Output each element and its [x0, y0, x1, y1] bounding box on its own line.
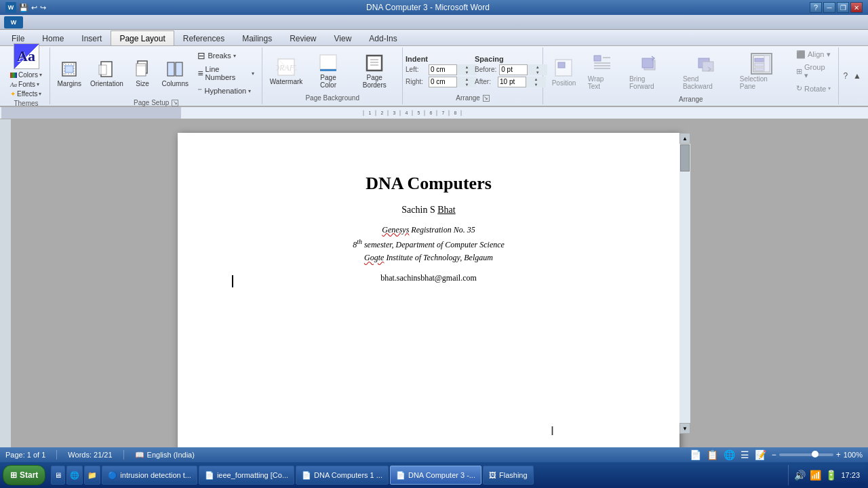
breaks-button[interactable]: ⊟ Breaks ▾	[194, 49, 258, 62]
ribbon-collapse-btn[interactable]: ▲	[850, 70, 864, 82]
svg-rect-11	[167, 62, 174, 76]
bring-forward-button[interactable]: Bring Forward	[625, 49, 675, 94]
effects-button[interactable]: ✦ Effects ▾	[9, 89, 43, 98]
columns-button[interactable]: Columns	[159, 57, 191, 89]
left-indent-down[interactable]: ▼	[456, 70, 477, 75]
before-spacing-field[interactable]	[500, 65, 527, 75]
size-button[interactable]: Size	[129, 57, 156, 89]
taskbar-show-desktop[interactable]: 🖥	[51, 466, 65, 485]
taskbar-ie[interactable]: 🌐	[66, 466, 83, 485]
page-color-button[interactable]: Page Color	[309, 51, 349, 91]
document-page[interactable]: DNA Computers Sachin S Bhat Genesys Regi…	[178, 133, 679, 447]
send-backward-button[interactable]: Send Backward	[678, 49, 734, 94]
intrusion-icon: 🔵	[108, 471, 117, 480]
group-button[interactable]: ⊞ Group ▾	[793, 62, 834, 81]
paragraph-expand[interactable]: ↘	[483, 95, 490, 102]
right-indent-spinner[interactable]: ▲ ▼	[456, 77, 466, 87]
position-button[interactable]: Position	[547, 54, 580, 90]
tab-insert[interactable]: Insert	[73, 30, 111, 45]
scroll-track[interactable]	[679, 144, 690, 423]
view-web-icon[interactable]: 🌐	[724, 449, 735, 460]
spacing-label: Spacing	[475, 55, 540, 63]
right-indent-field[interactable]	[429, 77, 456, 87]
vertical-scrollbar[interactable]: ▲ ▼	[679, 133, 690, 434]
view-layout-icon[interactable]: 📋	[707, 449, 718, 460]
start-button[interactable]: ⊞ Start	[3, 465, 45, 485]
page-setup-label: Page Setup ↘	[54, 98, 258, 108]
tray-icon-2[interactable]: 📶	[810, 470, 821, 481]
after-label: After:	[475, 78, 495, 85]
taskbar-dna1[interactable]: 📄 DNA Computers 1 ...	[296, 466, 389, 485]
zoom-in-icon[interactable]: +	[836, 450, 841, 460]
view-draft-icon[interactable]: 📝	[755, 449, 766, 460]
wrap-text-button[interactable]: Wrap Text	[583, 49, 622, 94]
page-borders-button[interactable]: Page Borders	[351, 51, 398, 91]
svg-rect-18	[367, 56, 382, 70]
taskbar-ieee[interactable]: 📄 ieee_formatting [Co...	[199, 466, 294, 485]
ieee-icon: 📄	[205, 471, 214, 480]
selection-pane-button[interactable]: Selection Pane	[736, 51, 787, 92]
colors-button[interactable]: Colors ▾	[9, 70, 43, 79]
taskbar-explorer[interactable]: 📁	[84, 466, 100, 485]
svg-rect-12	[176, 62, 182, 76]
tray-icon-3[interactable]: 🔋	[825, 470, 837, 481]
before-spacing-input[interactable]: ▲ ▼	[499, 64, 540, 75]
view-normal-icon[interactable]: 📄	[690, 449, 701, 460]
scroll-up-btn[interactable]: ▲	[679, 133, 690, 144]
right-indent-input[interactable]: ▲ ▼	[429, 77, 469, 87]
margins-button[interactable]: Margins	[54, 57, 85, 89]
scroll-thumb[interactable]	[680, 144, 690, 171]
help-btn[interactable]: ?	[840, 70, 850, 82]
line-numbers-button[interactable]: ≡ Line Numbers ▾	[194, 64, 258, 83]
rotate-icon: ↻	[796, 84, 802, 93]
orientation-button[interactable]: Orientation	[87, 57, 127, 89]
taskbar-intrusion[interactable]: 🔵 intrusion detection t...	[102, 466, 197, 485]
svg-rect-30	[642, 58, 653, 68]
tray-icon-1[interactable]: 🔊	[794, 470, 806, 481]
watermark-button[interactable]: DRAFT Watermark	[267, 55, 305, 87]
taskbar-dna3[interactable]: 📄 DNA Computer 3 -...	[390, 466, 481, 485]
watermark-label: Watermark	[270, 78, 303, 85]
tab-page-layout[interactable]: Page Layout	[111, 30, 174, 45]
taskbar-flashing[interactable]: 🖼 Flashing	[483, 466, 534, 485]
tab-view[interactable]: View	[326, 30, 361, 45]
margins-icon	[59, 59, 79, 79]
left-indent-field[interactable]	[429, 65, 456, 75]
scroll-down-btn[interactable]: ▼	[679, 423, 690, 434]
hyphenation-button[interactable]: ⁻ Hyphenation ▾	[194, 84, 258, 98]
close-btn[interactable]: ✕	[850, 2, 863, 13]
view-outline-icon[interactable]: ☰	[741, 449, 749, 460]
minimize-btn[interactable]: ─	[823, 2, 835, 13]
zoom-slider[interactable]	[779, 453, 833, 456]
zoom-out-icon[interactable]: −	[772, 450, 776, 460]
right-indent-up[interactable]: ▲	[456, 77, 477, 82]
align-button[interactable]: ⬛ Align ▾	[793, 49, 834, 60]
left-indent-spinner[interactable]: ▲ ▼	[456, 64, 466, 75]
tab-add-ins[interactable]: Add-Ins	[360, 30, 406, 45]
rotate-button[interactable]: ↻ Rotate ▾	[793, 83, 834, 94]
left-indent-up[interactable]: ▲	[456, 64, 477, 70]
left-indent-input[interactable]: ▲ ▼	[429, 64, 469, 75]
fonts-button[interactable]: Aa Fonts ▾	[9, 80, 43, 89]
indent-block: Indent Left: ▲ ▼ Right:	[406, 55, 469, 87]
group-icon: ⊞	[796, 67, 802, 76]
after-spacing-input[interactable]: ▲ ▼	[498, 77, 538, 87]
before-label: Before:	[475, 66, 496, 73]
tab-review[interactable]: Review	[281, 30, 325, 45]
zoom-control: − + 100%	[772, 450, 863, 460]
help-icon[interactable]: ?	[810, 2, 822, 13]
themes-button[interactable]: Aa	[14, 43, 39, 69]
quick-save-icon[interactable]: 💾	[19, 3, 28, 12]
tab-references[interactable]: References	[174, 30, 233, 45]
redo-icon[interactable]: ↪	[40, 3, 46, 12]
effects-icon: ✦	[10, 90, 16, 98]
before-spacing-spinner[interactable]: ▲ ▼	[527, 64, 536, 75]
after-spacing-field[interactable]	[498, 77, 526, 87]
undo-icon[interactable]: ↩	[31, 3, 37, 12]
flashing-icon: 🖼	[489, 471, 496, 479]
restore-btn[interactable]: ❐	[837, 2, 849, 13]
after-spacing-spinner[interactable]: ▲ ▼	[526, 77, 535, 87]
page-setup-expand[interactable]: ↘	[172, 100, 178, 106]
right-indent-down[interactable]: ▼	[456, 82, 477, 87]
tab-mailings[interactable]: Mailings	[233, 30, 281, 45]
